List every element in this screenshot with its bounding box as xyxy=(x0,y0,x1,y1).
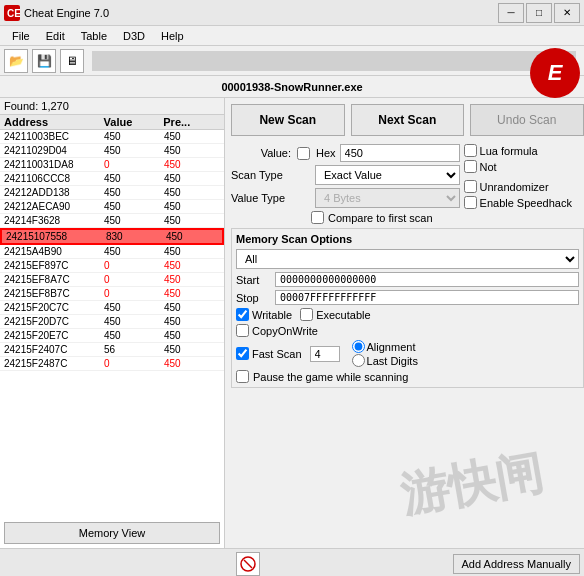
svg-line-3 xyxy=(244,560,252,568)
unrandomizer-checkbox[interactable] xyxy=(464,180,477,193)
menu-edit[interactable]: Edit xyxy=(38,28,73,44)
writable-checkbox[interactable] xyxy=(236,308,249,321)
pause-row: Pause the game while scanning xyxy=(236,370,579,383)
table-row[interactable]: 24212AECA90450450 xyxy=(0,200,224,214)
close-button[interactable]: ✕ xyxy=(554,3,580,23)
row-address: 2421106CCC8 xyxy=(0,173,100,184)
main-layout: Found: 1,270 Address Value Pre... 242110… xyxy=(0,98,584,548)
table-row[interactable]: 24212ADD138450450 xyxy=(0,186,224,200)
hex-checkbox[interactable] xyxy=(297,147,310,160)
toolbar: 📂 💾 🖥 xyxy=(0,46,584,76)
table-row[interactable]: 24215F2407C56450 xyxy=(0,343,224,357)
row-address: 24215F20E7C xyxy=(0,330,100,341)
copy-on-write-checkbox[interactable] xyxy=(236,324,249,337)
row-address: 24215EF8B7C xyxy=(0,288,100,299)
compare-first-row: Compare to first scan xyxy=(231,211,460,224)
value-type-row: Value Type 4 Bytes xyxy=(231,188,460,208)
alignment-radio[interactable] xyxy=(352,340,365,353)
svg-text:CE: CE xyxy=(7,8,20,19)
table-row[interactable]: 24215EF8A7C0450 xyxy=(0,273,224,287)
row-previous: 450 xyxy=(160,302,215,313)
value-label: Value: xyxy=(231,147,291,159)
fast-scan-value[interactable] xyxy=(310,346,340,362)
found-bar: Found: 1,270 xyxy=(0,98,224,115)
last-digits-radio[interactable] xyxy=(352,354,365,367)
executable-checkbox[interactable] xyxy=(300,308,313,321)
new-scan-button[interactable]: New Scan xyxy=(231,104,345,136)
row-value: 450 xyxy=(100,316,160,327)
table-row[interactable]: 2421106CCC8450450 xyxy=(0,172,224,186)
pause-game-label: Pause the game while scanning xyxy=(253,371,408,383)
fast-scan-checkbox[interactable] xyxy=(236,347,249,360)
row-previous: 450 xyxy=(160,246,215,257)
stop-button[interactable] xyxy=(236,552,260,576)
row-previous: 450 xyxy=(160,215,215,226)
row-previous: 450 xyxy=(160,173,215,184)
table-row[interactable]: 24215A4B90450450 xyxy=(0,245,224,259)
start-row: Start xyxy=(236,272,579,287)
table-row[interactable]: 24215F20E7C450450 xyxy=(0,329,224,343)
row-previous: 450 xyxy=(160,344,215,355)
value-type-dropdown[interactable]: 4 Bytes xyxy=(315,188,460,208)
menu-bar: File Edit Table D3D Help xyxy=(0,26,584,46)
table-row[interactable]: 24215EF8B7C0450 xyxy=(0,287,224,301)
table-row[interactable]: 24215F20C7C450450 xyxy=(0,301,224,315)
start-input[interactable] xyxy=(275,272,579,287)
scan-type-dropdown[interactable]: Exact Value xyxy=(315,165,460,185)
table-row[interactable]: 24215107558830450 xyxy=(0,228,224,245)
pause-game-checkbox[interactable] xyxy=(236,370,249,383)
maximize-button[interactable]: □ xyxy=(526,3,552,23)
table-row[interactable]: 24214F3628450450 xyxy=(0,214,224,228)
menu-d3d[interactable]: D3D xyxy=(115,28,153,44)
open-button[interactable]: 📂 xyxy=(4,49,28,73)
compare-first-checkbox[interactable] xyxy=(311,211,324,224)
unrandomizer-item: Unrandomizer xyxy=(464,180,584,193)
row-previous: 450 xyxy=(160,274,215,285)
scan-buttons: New Scan Next Scan Undo Scan xyxy=(231,104,584,136)
executable-item: Executable xyxy=(300,308,370,321)
save-button[interactable]: 💾 xyxy=(32,49,56,73)
screen-button[interactable]: 🖥 xyxy=(60,49,84,73)
not-checkbox[interactable] xyxy=(464,160,477,173)
menu-file[interactable]: File xyxy=(4,28,38,44)
row-address: 242110031DA8 xyxy=(0,159,100,170)
minimize-button[interactable]: ─ xyxy=(498,3,524,23)
row-previous: 450 xyxy=(160,288,215,299)
table-row[interactable]: 24215EF897C0450 xyxy=(0,259,224,273)
speedhack-checkbox[interactable] xyxy=(464,196,477,209)
row-previous: 450 xyxy=(160,159,215,170)
menu-help[interactable]: Help xyxy=(153,28,192,44)
table-row[interactable]: 24215F20D7C450450 xyxy=(0,315,224,329)
row-address: 24211003BEC xyxy=(0,131,100,142)
row-value: 830 xyxy=(102,231,162,242)
stop-input[interactable] xyxy=(275,290,579,305)
row-value: 0 xyxy=(100,159,160,170)
row-value: 56 xyxy=(100,344,160,355)
row-address: 24215EF897C xyxy=(0,260,100,271)
row-address: 24215F2487C xyxy=(0,358,100,369)
row-address: 24214F3628 xyxy=(0,215,100,226)
memory-view-button[interactable]: Memory View xyxy=(4,522,220,544)
value-input[interactable] xyxy=(340,144,460,162)
memory-scan-options: Memory Scan Options All Start Stop xyxy=(231,228,584,388)
table-row[interactable]: 24211003BEC450450 xyxy=(0,130,224,144)
table-row[interactable]: 24211029D04450450 xyxy=(0,144,224,158)
start-label: Start xyxy=(236,274,271,286)
row-previous: 450 xyxy=(160,316,215,327)
lua-formula-checkbox[interactable] xyxy=(464,144,477,157)
row-previous: 450 xyxy=(160,330,215,341)
hex-label: Hex xyxy=(316,147,336,159)
add-address-button[interactable]: Add Address Manually xyxy=(453,554,580,574)
row-value: 0 xyxy=(100,288,160,299)
table-row[interactable]: 24215F2487C0450 xyxy=(0,357,224,371)
copy-on-write-label: CopyOnWrite xyxy=(252,325,318,337)
region-dropdown[interactable]: All xyxy=(236,249,579,269)
col-address-header: Address xyxy=(0,116,100,128)
executable-label: Executable xyxy=(316,309,370,321)
next-scan-button[interactable]: Next Scan xyxy=(351,104,465,136)
row-value: 450 xyxy=(100,302,160,313)
process-name: 00001938-SnowRunner.exe xyxy=(221,81,362,93)
undo-scan-button[interactable]: Undo Scan xyxy=(470,104,584,136)
menu-table[interactable]: Table xyxy=(73,28,115,44)
table-row[interactable]: 242110031DA80450 xyxy=(0,158,224,172)
